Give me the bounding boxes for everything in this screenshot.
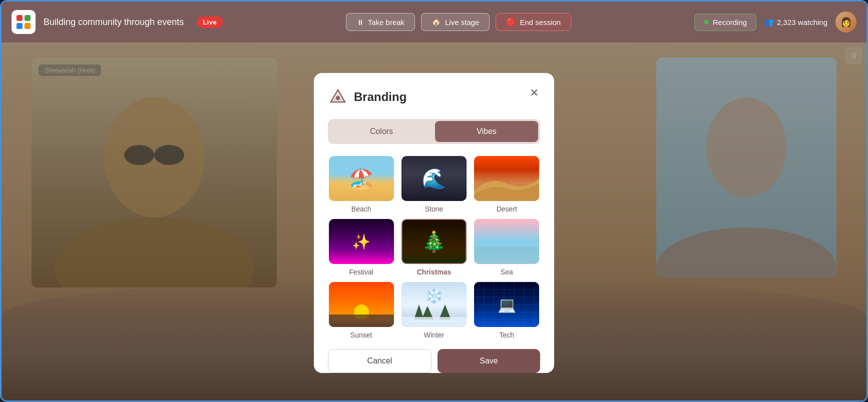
watching-count: 👥 2,323 watching (764, 18, 827, 26)
cancel-button[interactable]: Cancel (328, 349, 431, 373)
vibe-beach[interactable]: Beach (328, 156, 394, 213)
vibe-sea-image (474, 219, 539, 264)
vibe-stone[interactable]: Stone (400, 156, 467, 213)
vibe-desert[interactable]: Desert (474, 156, 540, 213)
live-stage-label: Live stage (445, 18, 479, 26)
modal-title: Branding (354, 90, 406, 104)
header: Building community through events Live ⏸… (2, 2, 866, 42)
vibe-sunset-label: Sunset (350, 331, 372, 339)
vibe-christmas-image (401, 219, 467, 264)
recording-dot (704, 20, 709, 24)
vibes-tab-label: Vibes (477, 127, 497, 136)
svg-rect-21 (329, 314, 394, 327)
vibe-desert-label: Desert (497, 205, 517, 213)
take-break-label: Take break (368, 18, 404, 26)
modal-overlay: Branding ✕ Colors Vibes (2, 42, 866, 402)
vibe-stone-label: Stone (425, 205, 444, 213)
colors-tab-label: Colors (370, 127, 393, 136)
modal-header: Branding (328, 87, 540, 107)
svg-point-23 (428, 288, 440, 300)
vibe-christmas-label: Christmas (417, 268, 451, 276)
modal-footer: Cancel Save (328, 349, 540, 373)
watching-number: 2,323 watching (777, 18, 827, 26)
vibe-festival-label: Festival (349, 268, 373, 276)
people-icon: 👥 (764, 18, 774, 26)
vibe-stone-image (401, 156, 467, 201)
svg-rect-1 (25, 15, 31, 21)
header-center-controls: ⏸ Take break 🏠 Live stage 🔴 End session (231, 13, 686, 31)
vibe-sunset[interactable]: Sunset (328, 282, 394, 339)
svg-rect-3 (25, 23, 31, 29)
vibes-grid: Beach Stone (328, 156, 540, 339)
vibe-desert-image (474, 156, 539, 201)
tab-vibes[interactable]: Vibes (435, 121, 538, 142)
app-title: Building community through events (44, 17, 184, 28)
vibe-tech-label: Tech (500, 331, 515, 339)
vibe-sea[interactable]: Sea (474, 219, 540, 276)
recording-label: Recording (713, 18, 747, 26)
end-session-button[interactable]: 🔴 End session (496, 13, 571, 31)
stop-icon: 🔴 (506, 18, 516, 26)
save-button[interactable]: Save (438, 349, 540, 373)
live-stage-button[interactable]: 🏠 Live stage (421, 13, 490, 31)
pause-icon: ⏸ (356, 18, 364, 26)
modal-close-button[interactable]: ✕ (526, 85, 542, 101)
tab-colors[interactable]: Colors (330, 121, 433, 142)
vibe-beach-image (329, 156, 394, 201)
vibe-festival-image (329, 219, 394, 264)
vibe-winter-label: Winter (424, 331, 444, 339)
save-label: Save (480, 356, 498, 365)
vibe-tech-image (474, 282, 539, 327)
recording-button[interactable]: Recording (694, 14, 756, 31)
vibe-sunset-image (329, 282, 394, 327)
tab-bar: Colors Vibes (328, 119, 540, 144)
close-icon: ✕ (530, 86, 539, 100)
take-break-button[interactable]: ⏸ Take break (346, 13, 415, 31)
main-content: Shreyansh (Host) (2, 42, 866, 402)
cancel-label: Cancel (367, 356, 392, 365)
home-icon: 🏠 (431, 18, 441, 26)
vibe-tech[interactable]: Tech (474, 282, 540, 339)
branding-modal: Branding ✕ Colors Vibes (314, 73, 554, 373)
svg-rect-2 (17, 23, 23, 29)
branding-icon (328, 87, 348, 107)
vibe-festival[interactable]: Festival (328, 219, 394, 276)
vibe-sea-label: Sea (501, 268, 513, 276)
svg-rect-27 (401, 317, 467, 327)
vibe-winter[interactable]: Winter (400, 282, 467, 339)
app-window: Building community through events Live ⏸… (0, 0, 868, 402)
header-right-controls: Recording 👥 2,323 watching 👩 (694, 12, 856, 32)
live-badge: Live (197, 16, 223, 28)
svg-point-15 (336, 96, 340, 100)
logo (12, 10, 36, 34)
end-session-label: End session (520, 18, 561, 26)
svg-rect-18 (474, 246, 539, 264)
svg-rect-0 (17, 15, 23, 21)
user-avatar[interactable]: 👩 (835, 12, 856, 32)
vibe-christmas[interactable]: Christmas (400, 219, 467, 276)
vibe-winter-image (401, 282, 467, 327)
vibe-beach-label: Beach (351, 205, 371, 213)
